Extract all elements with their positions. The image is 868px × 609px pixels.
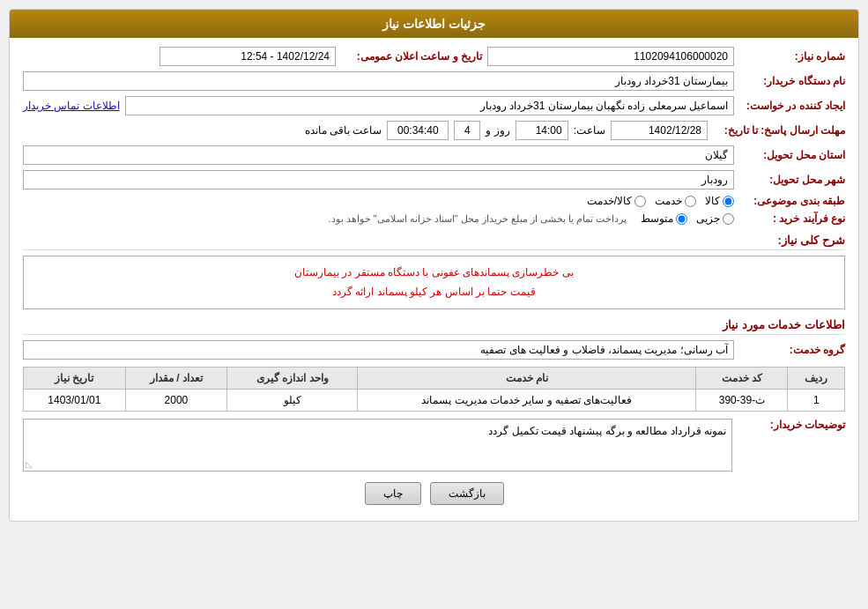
radio-medium-input[interactable] [676, 213, 687, 225]
resize-handle-icon: ◺ [26, 459, 33, 469]
radio-goods-service-label: کالا/خدمت [587, 195, 632, 207]
col-need-date: تاریخ نیاز [24, 368, 126, 390]
remaining-label: ساعت باقی مانده [305, 124, 382, 137]
col-service-name: نام خدمت [358, 368, 696, 390]
need-number-row: شماره نیاز: 1102094106000020 تاریخ و ساع… [23, 47, 845, 66]
radio-service-input[interactable] [685, 196, 696, 207]
col-quantity: تعداد / مقدار [125, 368, 227, 390]
narration-line2: قیمت حتما بر اساس هر کیلو پسماند ارائه گ… [31, 283, 837, 302]
radio-medium-item: متوسط [641, 212, 687, 225]
time-label: ساعت: [574, 124, 605, 137]
radio-goods-input[interactable] [723, 196, 734, 207]
buyer-org-label: نام دستگاه خریدار: [739, 75, 845, 87]
countdown-value: 00:34:40 [387, 121, 449, 140]
col-unit: واحد اندازه گیری [227, 368, 358, 390]
narration-box: بی خطرسازی پسماندهای عفونی با دستگاه مست… [23, 256, 845, 309]
radio-goods-item: کالا [705, 195, 734, 207]
narration-section-header: شرح کلی نیاز: [23, 234, 845, 250]
city-label: شهر محل تحویل: [739, 174, 845, 186]
cell-quantity: 2000 [125, 390, 227, 412]
category-label: طبقه بندی موضوعی: [739, 195, 845, 207]
announce-value: 1402/12/24 - 12:54 [160, 47, 336, 66]
need-number-value: 1102094106000020 [487, 47, 734, 66]
button-row: بازگشت چاپ [23, 482, 845, 505]
buyer-org-value: بیمارستان 31خرداد رودبار [23, 71, 734, 91]
contact-link[interactable]: اطلاعات تماس خریدار [23, 100, 120, 112]
need-number-label: شماره نیاز: [739, 50, 845, 63]
purchase-type-radio-group: جزیی متوسط [641, 212, 734, 225]
service-group-row: گروه خدمت: آب رسانی؛ مدیریت پسماند، فاضل… [23, 340, 845, 360]
province-label: استان محل تحویل: [739, 149, 845, 161]
cell-unit: کیلو [227, 390, 358, 412]
deadline-date: 1402/12/28 [611, 121, 708, 140]
deadline-label: مهلت ارسال پاسخ: تا تاریخ: [713, 124, 845, 137]
category-row: طبقه بندی موضوعی: کالا خدمت کالا/خدمت [23, 195, 845, 207]
radio-goods-service-input[interactable] [634, 196, 646, 207]
province-row: استان محل تحویل: گیلان [23, 145, 845, 165]
main-card: جزئیات اطلاعات نیاز شماره نیاز: 11020941… [9, 9, 859, 522]
days-value: 4 [454, 121, 480, 140]
category-radio-group: کالا خدمت کالا/خدمت [587, 195, 734, 207]
buyer-desc-row: توضیحات خریدار: نمونه قرارداد مطالعه و ب… [23, 419, 845, 472]
radio-service-item: خدمت [655, 195, 696, 207]
countdown-row: روز و 4 00:34:40 ساعت باقی مانده [305, 121, 510, 140]
cell-service_code: ث-39-390 [696, 390, 788, 412]
service-group-value: آب رسانی؛ مدیریت پسماند، فاضلاب و فعالیت… [23, 340, 734, 360]
print-button[interactable]: چاپ [365, 482, 421, 505]
radio-partial-item: جزیی [696, 212, 734, 225]
buyer-org-row: نام دستگاه خریدار: بیمارستان 31خرداد رود… [23, 71, 845, 91]
page-container: جزئیات اطلاعات نیاز شماره نیاز: 11020941… [0, 0, 868, 609]
cell-row_num: 1 [788, 390, 845, 412]
purchase-note: پرداخت تمام یا بخشی از مبلغ خریداز محل "… [328, 213, 627, 225]
back-button[interactable]: بازگشت [430, 482, 504, 505]
services-section-header: اطلاعات خدمات مورد نیاز [23, 318, 845, 335]
deadline-row: مهلت ارسال پاسخ: تا تاریخ: 1402/12/28 سا… [23, 121, 845, 140]
cell-need_date: 1403/01/01 [24, 390, 126, 412]
days-label: روز و [486, 124, 509, 137]
city-row: شهر محل تحویل: رودبار [23, 170, 845, 189]
page-title: جزئیات اطلاعات نیاز [382, 17, 486, 31]
col-row-num: ردیف [788, 368, 845, 390]
service-group-label: گروه خدمت: [739, 344, 845, 356]
radio-goods-label: کالا [705, 195, 720, 207]
province-value: گیلان [23, 145, 734, 165]
page-header: جزئیات اطلاعات نیاز [10, 10, 858, 38]
purchase-type-row: نوع فرآیند خرید : جزیی متوسط پرداخت تمام… [23, 212, 845, 225]
buyer-desc-value: نمونه قرارداد مطالعه و برگه پیشنهاد قیمت… [29, 425, 726, 437]
col-service-code: کد خدمت [696, 368, 788, 390]
radio-partial-input[interactable] [723, 213, 734, 225]
content-area: شماره نیاز: 1102094106000020 تاریخ و ساع… [10, 38, 858, 521]
purchase-type-label: نوع فرآیند خرید : [739, 212, 845, 225]
announce-label: تاریخ و ساعت اعلان عمومی: [341, 50, 482, 63]
services-table: ردیف کد خدمت نام خدمت واحد اندازه گیری ت… [23, 367, 845, 412]
deadline-time: 14:00 [516, 121, 568, 140]
creator-label: ایجاد کننده در خواست: [739, 100, 845, 112]
table-row: 1ث-39-390فعالیت‌های تصفیه و سایر خدمات م… [24, 390, 845, 412]
creator-value: اسماعیل سرمعلی زاده نگهبان بیمارستان 31خ… [125, 96, 734, 115]
city-value: رودبار [23, 170, 734, 189]
buyer-desc-label: توضیحات خریدار: [739, 419, 845, 431]
cell-service_name: فعالیت‌های تصفیه و سایر خدمات مدیریت پسم… [358, 390, 696, 412]
radio-partial-label: جزیی [696, 212, 720, 225]
radio-goods-service-item: کالا/خدمت [587, 195, 646, 207]
radio-service-label: خدمت [655, 195, 682, 207]
narration-line1: بی خطرسازی پسماندهای عفونی با دستگاه مست… [31, 264, 837, 283]
radio-medium-label: متوسط [641, 212, 673, 225]
creator-row: ایجاد کننده در خواست: اسماعیل سرمعلی زاد… [23, 96, 845, 115]
